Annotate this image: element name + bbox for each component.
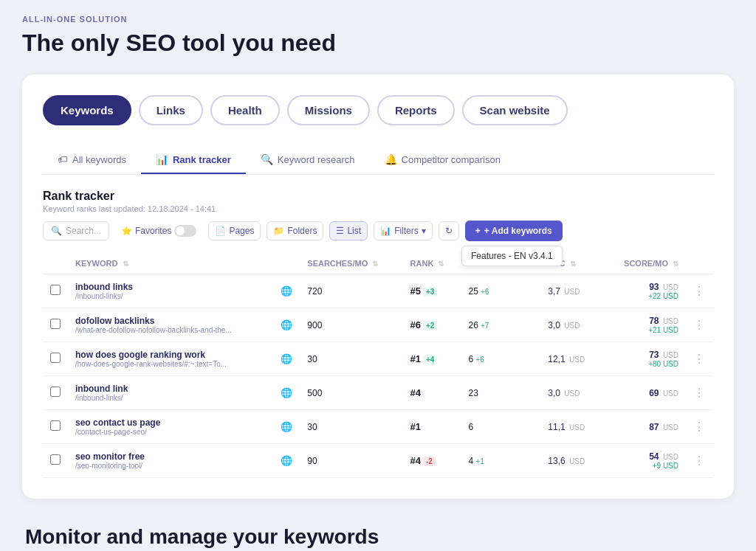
row-searches-cell: 30	[300, 342, 402, 376]
tab-links[interactable]: Links	[139, 95, 203, 125]
rank-val-5: #4	[410, 455, 421, 466]
score-change-5: +9 USD	[610, 462, 678, 470]
inner-tab-label-keyword-research: Keyword research	[278, 154, 355, 165]
row-cpc-cell: 3,7 USD	[540, 274, 602, 308]
globe-icon-2[interactable]: 🌐	[281, 353, 292, 364]
row-score-cell: 69 USD	[602, 376, 686, 410]
pages-btn[interactable]: 📄 Pages	[208, 221, 261, 240]
cpc-unit-2: USD	[569, 356, 585, 364]
row-keyword-cell: dofollow backlinks /what-are-dofollow-no…	[68, 308, 273, 342]
score-change-1: +21 USD	[610, 326, 678, 334]
globe-icon-0[interactable]: 🌐	[281, 285, 292, 297]
row-keyword-cell: inbound link /inbound-links/	[68, 376, 273, 410]
visits-val-0: 25	[469, 286, 478, 297]
row-menu-cell[interactable]: ⋮	[686, 444, 713, 478]
row-checkbox-5[interactable]	[50, 454, 61, 465]
row-menu-cell[interactable]: ⋮	[686, 410, 713, 444]
score-unit-0: USD	[663, 283, 678, 291]
row-globe-cell: 🌐	[273, 342, 300, 376]
row-menu-cell[interactable]: ⋮	[686, 376, 713, 410]
table-header: KEYWORD ⇅ SEARCHES/MO ⇅ RANK ⇅ VISITS/MO…	[43, 253, 713, 274]
row-checkbox-2[interactable]	[50, 353, 61, 363]
score-change-2: +80 USD	[610, 360, 678, 368]
tab-health[interactable]: Health	[210, 95, 280, 125]
rank-val-3: #4	[410, 387, 421, 398]
tab-missions[interactable]: Missions	[287, 95, 370, 125]
toggle-switch[interactable]	[174, 225, 196, 237]
tab-reports[interactable]: Reports	[377, 95, 455, 125]
bottom-title: Monitor and manage your keywords	[25, 525, 731, 549]
tab-keywords[interactable]: Keywords	[43, 95, 131, 125]
row-checkbox-4[interactable]	[50, 420, 61, 431]
row-keyword-cell: inbound links /inbound-links/	[68, 274, 273, 308]
tracker-header: Rank tracker Keyword ranks last updated:…	[43, 190, 713, 241]
inner-tab-competitor-comparison[interactable]: 🔔Competitor comparison	[370, 146, 515, 174]
row-menu-icon-4[interactable]: ⋮	[693, 420, 706, 433]
row-rank-cell: #6+2	[403, 308, 461, 342]
row-rank-cell: #1	[403, 410, 461, 444]
row-checkbox-cell	[43, 274, 68, 308]
row-visits-cell: 25+6	[461, 274, 541, 308]
score-val-1: 78	[649, 316, 659, 326]
row-menu-icon-1[interactable]: ⋮	[693, 319, 706, 331]
keyword-url-0: /inbound-links/	[75, 292, 266, 300]
row-checkbox-3[interactable]	[50, 387, 61, 397]
cpc-val-1: 3,0	[548, 320, 560, 330]
row-menu-cell[interactable]: ⋮	[686, 342, 713, 376]
row-menu-cell[interactable]: ⋮	[686, 308, 713, 342]
globe-icon-3[interactable]: 🌐	[281, 387, 292, 398]
inner-tab-icon-keyword-research: 🔍	[261, 153, 273, 165]
score-unit-2: USD	[663, 351, 678, 359]
row-menu-icon-5[interactable]: ⋮	[693, 454, 706, 467]
table-row: dofollow backlinks /what-are-dofollow-no…	[43, 308, 713, 342]
row-globe-cell: 🌐	[273, 308, 300, 342]
row-menu-icon-3[interactable]: ⋮	[693, 387, 706, 399]
inner-tab-all-keywords[interactable]: 🏷All keywords	[43, 146, 141, 174]
inner-tab-label-all-keywords: All keywords	[72, 154, 126, 165]
cpc-unit-1: USD	[564, 322, 580, 330]
keyword-name-5: seo monitor free	[75, 451, 266, 462]
row-visits-cell: 6+6	[461, 342, 541, 376]
row-searches-cell: 900	[300, 308, 402, 342]
row-cpc-cell: 12,1 USD	[540, 342, 602, 376]
add-keywords-btn[interactable]: + + Add keywords	[465, 221, 563, 241]
row-globe-cell: 🌐	[273, 274, 300, 308]
table-row: seo contact us page /contact-us-page-seo…	[43, 410, 713, 444]
list-btn[interactable]: ☰ List	[329, 221, 368, 240]
search-box[interactable]: 🔍 Search...	[43, 221, 109, 240]
main-title: The only SEO tool you need	[22, 30, 734, 57]
row-globe-cell: 🌐	[273, 410, 300, 444]
visits-change-1: +7	[481, 322, 489, 330]
row-checkbox-1[interactable]	[50, 319, 61, 329]
inner-tab-icon-rank-tracker: 📊	[156, 153, 168, 165]
visits-val-1: 26	[469, 320, 478, 330]
searches-val-1: 900	[307, 320, 322, 330]
refresh-btn[interactable]: ↻	[439, 221, 459, 240]
row-checkbox-0[interactable]	[50, 285, 61, 295]
row-menu-icon-0[interactable]: ⋮	[693, 285, 706, 297]
pages-icon: 📄	[215, 226, 226, 236]
filters-btn[interactable]: 📊 Filters ▾	[374, 221, 433, 240]
folders-btn[interactable]: 📁 Folders	[267, 221, 323, 240]
cpc-val-4: 11,1	[548, 422, 565, 432]
globe-icon-1[interactable]: 🌐	[281, 319, 292, 330]
globe-icon-5[interactable]: 🌐	[281, 455, 292, 466]
globe-icon-4[interactable]: 🌐	[281, 421, 292, 432]
row-menu-icon-2[interactable]: ⋮	[693, 353, 706, 365]
list-icon: ☰	[336, 226, 344, 236]
row-searches-cell: 30	[300, 410, 402, 444]
cpc-unit-4: USD	[569, 423, 585, 432]
cpc-val-0: 3,7	[548, 286, 560, 297]
cpc-val-2: 12,1	[548, 354, 565, 364]
rank-change-0: +3	[423, 287, 437, 297]
score-unit-5: USD	[663, 453, 678, 461]
favorites-btn[interactable]: ⭐ Favorites	[115, 221, 202, 240]
features-tooltip: Features - EN v3.4.1	[461, 246, 563, 266]
row-checkbox-cell	[43, 342, 68, 376]
row-menu-cell[interactable]: ⋮	[686, 274, 713, 308]
tab-scan-website[interactable]: Scan website	[462, 95, 568, 125]
keyword-name-0: inbound links	[75, 282, 266, 292]
score-unit-1: USD	[663, 317, 678, 325]
inner-tab-keyword-research[interactable]: 🔍Keyword research	[246, 146, 370, 174]
inner-tab-rank-tracker[interactable]: 📊Rank tracker	[141, 146, 246, 174]
